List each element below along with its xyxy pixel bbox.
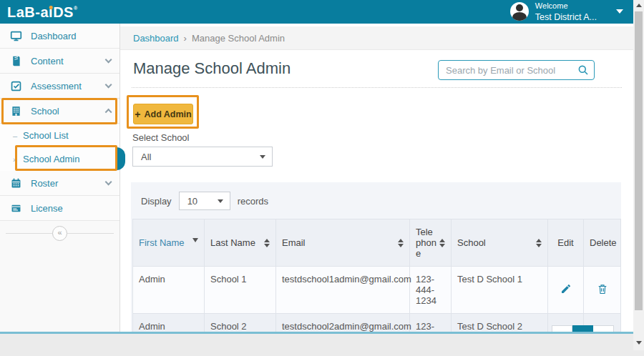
user-avatar-icon: [510, 2, 529, 21]
display-label: Display: [141, 196, 172, 207]
monitor-icon: [10, 30, 22, 42]
sidebar-label-school: School: [31, 106, 97, 117]
scroll-down-button[interactable]: [633, 337, 644, 348]
table-row: Admin School 1 testdschool1admin@gmail.c…: [133, 267, 621, 314]
cell-email: testdschool2admin@gmail.com: [276, 314, 410, 332]
select-caret-icon: [260, 155, 265, 159]
cell-first-name: Admin: [133, 314, 205, 332]
title-separator: [132, 87, 622, 88]
brand-logo: LaB-aiDS®: [7, 5, 78, 19]
sort-both-icon: [439, 239, 445, 247]
cell-school: Test D School 2: [452, 314, 548, 332]
cell-first-name: Admin: [133, 267, 205, 314]
sidebar-label-dashboard: Dashboard: [31, 31, 111, 41]
edit-button[interactable]: [560, 283, 572, 295]
logo-letter-i: i: [49, 5, 53, 19]
chevron-down-icon: [104, 178, 112, 185]
cell-email: testdschool1admin@gmail.com: [276, 267, 410, 314]
scrollbar-thumb[interactable]: [635, 11, 643, 310]
user-menu[interactable]: Welcome Test District A...: [510, 1, 623, 23]
sidebar-item-school-admin[interactable]: » School Admin: [0, 147, 119, 171]
pagination-previous-button[interactable]: [552, 325, 572, 332]
sidebar: Dashboard Content Assessment: [0, 24, 120, 332]
select-caret-icon: [218, 199, 223, 203]
sidebar-item-dashboard[interactable]: Dashboard: [0, 24, 119, 49]
column-header-first-name[interactable]: First Name: [133, 219, 205, 267]
sidebar-collapse-row: «: [0, 221, 119, 245]
table-row: Admin School 2 testdschool2admin@gmail.c…: [133, 314, 621, 332]
page-size-value: 10: [187, 196, 197, 207]
pagination: [552, 325, 614, 332]
breadcrumb-current: Manage School Admin: [192, 33, 285, 44]
active-arrow-bullet: »: [13, 155, 23, 164]
pagination-next-button[interactable]: [593, 325, 614, 332]
sidebar-label-school-list: School List: [23, 130, 69, 141]
admins-table: First Name Last Name E: [132, 219, 621, 332]
search-input[interactable]: [438, 60, 595, 80]
breadcrumb-separator: ›: [184, 33, 187, 44]
user-menu-caret-icon[interactable]: [616, 9, 623, 14]
logo-text-part1: LaB-a: [7, 5, 49, 19]
scroll-up-button[interactable]: [633, 0, 644, 11]
school-filter-value: All: [141, 152, 151, 162]
cell-last-name: School 1: [205, 267, 276, 314]
sidebar-item-license[interactable]: License: [0, 196, 119, 221]
column-header-last-name[interactable]: Last Name: [205, 219, 276, 267]
search-box: [438, 60, 595, 80]
sidebar-label-school-admin: School Admin: [23, 154, 80, 164]
search-icon[interactable]: [577, 64, 589, 76]
breadcrumb-dashboard-link[interactable]: Dashboard: [133, 33, 179, 44]
school-filter-select[interactable]: All: [132, 147, 273, 167]
pencil-icon: [560, 283, 572, 295]
add-admin-label: Add Admin: [144, 109, 191, 119]
sidebar-collapse-button[interactable]: «: [52, 226, 67, 241]
chevron-down-icon: [104, 81, 112, 88]
column-header-telephone[interactable]: Telephone: [410, 219, 452, 267]
add-admin-button[interactable]: + Add Admin: [133, 104, 193, 124]
cell-school: Test D School 1: [452, 267, 548, 314]
table-panel: Display 10 records First Name: [131, 182, 621, 332]
column-header-school[interactable]: School: [452, 219, 548, 267]
sidebar-item-assessment[interactable]: Assessment: [0, 74, 119, 99]
page-size-select[interactable]: 10: [179, 192, 230, 210]
logo-text-part2: DS: [53, 5, 74, 19]
sort-both-icon: [536, 239, 542, 247]
checkbox-check-icon: [10, 80, 22, 92]
user-name: Test District A...: [535, 11, 597, 23]
dash-bullet: –: [13, 132, 23, 140]
triangle-down-icon: [636, 341, 642, 345]
column-header-edit: Edit: [548, 219, 584, 267]
sort-desc-icon: [192, 238, 198, 242]
logo-trademark: ®: [74, 6, 78, 11]
breadcrumb: Dashboard › Manage School Admin: [120, 26, 633, 50]
sidebar-label-assessment: Assessment: [31, 81, 97, 92]
chevron-down-icon: [104, 56, 112, 63]
page-size-control: Display 10 records: [131, 182, 621, 219]
calendar-icon: [10, 177, 22, 189]
sidebar-label-license: License: [31, 203, 111, 214]
cell-telephone: 123-333-1234: [410, 314, 452, 332]
table-header-row: First Name Last Name E: [133, 219, 621, 267]
sidebar-label-content: Content: [31, 56, 97, 66]
column-header-email[interactable]: Email: [276, 219, 410, 267]
book-icon: [10, 55, 22, 67]
sort-both-icon: [398, 239, 404, 247]
records-label: records: [238, 196, 268, 207]
sidebar-item-content[interactable]: Content: [0, 49, 119, 74]
cell-telephone: 123-444-1234: [410, 267, 452, 314]
sidebar-item-school[interactable]: School: [0, 99, 119, 124]
sidebar-item-school-list[interactable]: – School List: [0, 124, 119, 147]
main-content: Dashboard › Manage School Admin Manage S…: [120, 24, 633, 332]
chevron-up-icon: [104, 108, 112, 115]
delete-button[interactable]: [597, 283, 608, 295]
sidebar-item-roster[interactable]: Roster: [0, 171, 119, 196]
top-header: LaB-aiDS® Welcome Test District A...: [0, 0, 633, 24]
building-icon: [10, 105, 22, 117]
pagination-page-1-button[interactable]: [572, 325, 593, 332]
cell-last-name: School 2: [205, 314, 276, 332]
sidebar-label-roster: Roster: [31, 178, 97, 189]
collapse-glyph: «: [57, 228, 62, 237]
vertical-scrollbar[interactable]: [633, 0, 644, 350]
sort-both-icon: [264, 239, 270, 247]
plus-icon: +: [135, 109, 140, 120]
